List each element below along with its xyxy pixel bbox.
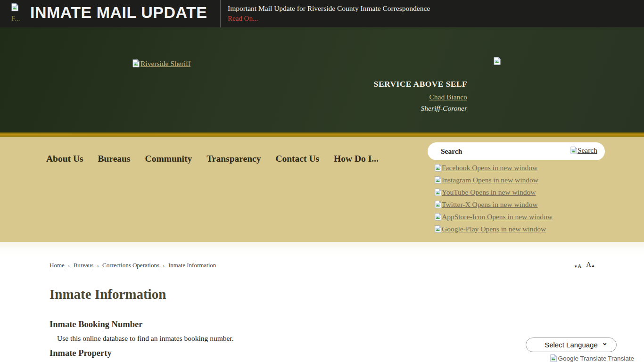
motto-block: SERVICE ABOVE SELF Chad Bianco Sheriff-C…: [374, 79, 467, 113]
main-content: Home › Bureaus › Corrections Operations …: [0, 242, 644, 362]
broken-image-icon: [494, 57, 501, 65]
search-submit-label: Search: [578, 146, 597, 155]
gold-divider-stripe: [0, 132, 644, 137]
social-link-label: Google-Play Opens in new window: [442, 225, 546, 233]
main-navigation: About Us Bureaus Community Transparency …: [46, 154, 379, 164]
triangle-up-icon: ▲: [591, 263, 595, 268]
navigation-band: About Us Bureaus Community Transparency …: [0, 137, 644, 242]
google-translate-attribution: Google Translate Translate: [550, 354, 634, 362]
alert-title: INMATE MAIL UPDATE: [30, 3, 207, 22]
alert-message-block: Important Mail Update for Riverside Coun…: [228, 4, 430, 23]
search-submit-link[interactable]: Search: [570, 146, 597, 155]
google-play-icon: [435, 225, 441, 233]
social-link-label: AppStore-Icon Opens in new window: [442, 213, 553, 221]
list-item: AppStore-Icon Opens in new window: [435, 211, 553, 223]
sheriff-name-link[interactable]: Chad Bianco: [429, 93, 468, 101]
logo-link-label: Riverside Sheriff: [140, 59, 190, 68]
twitter-x-link[interactable]: Twitter-X Opens in new window: [435, 200, 538, 209]
nav-item-about-us[interactable]: About Us: [46, 154, 83, 164]
breadcrumb-separator: ›: [68, 262, 70, 269]
social-link-label: Twitter-X Opens in new window: [442, 200, 538, 209]
alert-divider: [220, 0, 221, 27]
social-link-label: Facebook Opens in new window: [442, 164, 537, 172]
section-heading-inmate-property: Inmate Property: [50, 348, 112, 358]
riverside-sheriff-logo-link[interactable]: Riverside Sheriff: [132, 59, 190, 68]
font-size-controls: ▼A A▲: [574, 261, 595, 269]
nav-item-transparency[interactable]: Transparency: [206, 154, 261, 164]
list-item: YouTube Opens in new window: [435, 186, 553, 198]
section-body-text: Use this online database to find an inma…: [57, 334, 234, 343]
font-decrease-button[interactable]: ▼A: [574, 263, 581, 269]
page: F... INMATE MAIL UPDATE Important Mail U…: [0, 0, 644, 362]
search-box: Search: [428, 142, 605, 160]
alert-bar: F... INMATE MAIL UPDATE Important Mail U…: [0, 0, 644, 27]
nav-item-community[interactable]: Community: [145, 154, 192, 164]
page-title: Inmate Information: [50, 287, 166, 302]
clipped-alt-text: F...: [11, 15, 27, 23]
font-increase-button[interactable]: A▲: [586, 261, 595, 269]
breadcrumb-link-corrections-operations[interactable]: Corrections Operations: [102, 262, 159, 269]
broken-image-icon: [550, 354, 557, 362]
instagram-link[interactable]: Instagram Opens in new window: [435, 176, 538, 184]
breadcrumb-current: Inmate Information: [168, 262, 216, 269]
motto-text: SERVICE ABOVE SELF: [374, 79, 467, 89]
social-link-label: YouTube Opens in new window: [442, 188, 536, 197]
language-select-label: Select Language: [545, 341, 598, 349]
read-on-link[interactable]: Read On...: [228, 15, 258, 23]
breadcrumb-link-bureaus[interactable]: Bureaus: [74, 262, 94, 269]
google-play-link[interactable]: Google-Play Opens in new window: [435, 225, 546, 233]
google-translate-logo-link[interactable]: Google Translate: [550, 354, 606, 362]
facebook-link[interactable]: Facebook Opens in new window: [435, 164, 537, 172]
breadcrumb-link-home[interactable]: Home: [50, 262, 65, 269]
list-item: Instagram Opens in new window: [435, 174, 553, 186]
list-item: Facebook Opens in new window: [435, 162, 553, 174]
google-translate-alt-text: Google Translate: [558, 355, 606, 362]
appstore-link[interactable]: AppStore-Icon Opens in new window: [435, 213, 553, 221]
breadcrumb-separator: ›: [97, 262, 99, 269]
broken-image-icon: [11, 3, 18, 11]
site-header: Riverside Sheriff SERVICE ABOVE SELF Cha…: [0, 27, 644, 132]
list-item: Twitter-X Opens in new window: [435, 198, 553, 211]
facebook-icon: [435, 164, 441, 172]
translate-label: Translate: [608, 355, 634, 362]
breadcrumb-separator: ›: [163, 262, 165, 269]
nav-item-contact-us[interactable]: Contact Us: [275, 154, 319, 164]
font-letter: A: [586, 261, 591, 269]
language-select[interactable]: Select Language ⌄: [526, 337, 617, 352]
alert-logo-broken-images: F...: [11, 3, 27, 27]
font-letter: A: [578, 263, 581, 269]
nav-item-how-do-i[interactable]: How Do I...: [334, 154, 379, 164]
twitter-x-icon: [435, 201, 441, 208]
youtube-icon: [435, 189, 441, 196]
search-input[interactable]: [428, 142, 555, 160]
breadcrumb: Home › Bureaus › Corrections Operations …: [50, 262, 216, 269]
appstore-icon: [435, 213, 441, 221]
sheriff-title-text: Sheriff-Coroner: [374, 104, 467, 113]
instagram-icon: [435, 176, 441, 184]
social-link-label: Instagram Opens in new window: [442, 176, 538, 184]
social-links-list: Facebook Opens in new window Instagram O…: [435, 162, 553, 235]
nav-item-bureaus[interactable]: Bureaus: [98, 154, 131, 164]
broken-image-icon: [132, 59, 140, 67]
triangle-down-icon: ▼: [574, 264, 578, 269]
youtube-link[interactable]: YouTube Opens in new window: [435, 188, 536, 197]
alert-message: Important Mail Update for Riverside Coun…: [228, 4, 430, 13]
section-heading-inmate-booking-number: Inmate Booking Number: [50, 320, 142, 329]
broken-image-icon: [570, 147, 577, 154]
list-item: Google-Play Opens in new window: [435, 223, 553, 235]
chevron-down-icon: ⌄: [602, 338, 608, 347]
